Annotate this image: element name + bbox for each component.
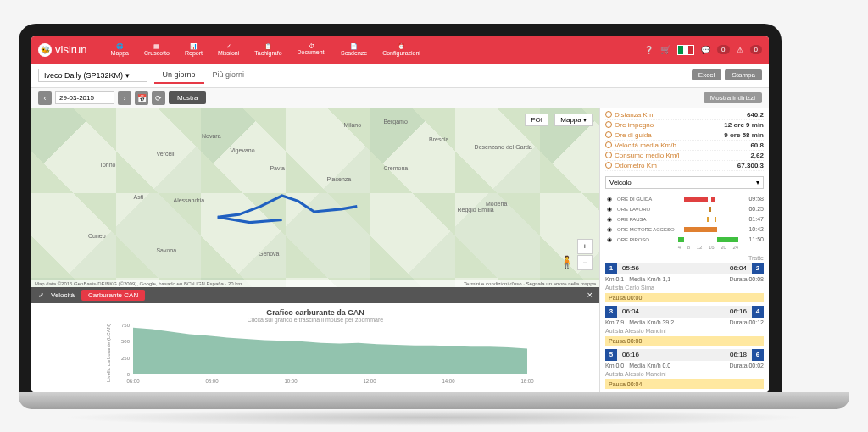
trip-details: Km 0,0Media Km/h 0,0Durata 00:02 xyxy=(605,361,764,370)
prev-day-button[interactable]: ‹ xyxy=(38,91,52,105)
city-label: Milano xyxy=(344,122,362,128)
y-tick: 250 xyxy=(121,355,131,360)
stat-value: 9 ore 58 min xyxy=(724,131,764,139)
nav-label: Configurazioni xyxy=(382,50,420,56)
x-tick: 10:00 xyxy=(284,379,298,384)
stat-icon xyxy=(605,131,612,138)
chart-tab-velocità[interactable]: Velocità xyxy=(44,290,81,301)
sub-bar: Iveco Daily (SP132KM) ▾ Un giornoPiù gio… xyxy=(31,64,769,88)
stat-row: Distanza Km 640,2 xyxy=(605,110,764,120)
timeline-icon: ◉ xyxy=(605,225,614,234)
city-label: Desenzano del Garda xyxy=(475,144,532,150)
zoom-out-button[interactable]: − xyxy=(577,255,593,270)
vehicle-select[interactable]: Iveco Daily (SP132KM) ▾ xyxy=(38,69,147,82)
timeline-row: ◉ ORE LAVORO 00:25 xyxy=(605,204,764,214)
trip-header[interactable]: 3 06:04 06:16 4 xyxy=(605,306,764,318)
trip-item: 1 05:56 06:04 2 Km 0,1Media Km/h 1,1Dura… xyxy=(605,263,764,302)
alert-icon[interactable]: ⚠ xyxy=(737,46,743,54)
pegman-icon[interactable]: 🧍 xyxy=(559,255,574,269)
date-input[interactable] xyxy=(55,91,114,104)
timeline-bar xyxy=(678,207,738,212)
calendar-button[interactable]: 📅 xyxy=(135,91,148,105)
expand-icon[interactable]: ⤢ xyxy=(38,291,44,299)
help-icon[interactable]: ❔ xyxy=(644,46,654,54)
timeline-bar xyxy=(678,227,738,232)
trip-pause: Pausa 00:00 xyxy=(605,336,764,346)
stat-icon xyxy=(605,141,612,148)
trip-details: Km 7,9Media Km/h 39,2Durata 00:12 xyxy=(605,318,764,327)
y-axis-label: Livello carburante (LCAN) (L) xyxy=(106,324,111,382)
tab-più-giorni[interactable]: Più giorni xyxy=(204,67,253,84)
nav-documenti[interactable]: ⏱ Documenti xyxy=(291,42,332,58)
nav-scadenze[interactable]: 📄 Scadenze xyxy=(334,42,374,58)
poi-button[interactable]: POI xyxy=(525,114,548,126)
nav-icon: 📄 xyxy=(350,43,358,50)
trip-start-time: 05:56 xyxy=(617,264,685,272)
nav-configurazioni[interactable]: ⏰ Configurazioni xyxy=(376,42,427,58)
fuel-chart[interactable]: 025050075006:0008:0010:0012:0014:0016:00… xyxy=(36,324,594,384)
nav-tachigrafo[interactable]: 📋 Tachigrafo xyxy=(248,42,288,58)
refresh-button[interactable]: ⟳ xyxy=(152,91,165,105)
nav-icon: ✓ xyxy=(226,43,231,50)
chart-subtitle: Clicca sul grafico e trascina il mouse p… xyxy=(36,317,594,323)
timeline-bar xyxy=(678,237,738,242)
nav-icon: ⏱ xyxy=(309,43,314,49)
stat-icon xyxy=(605,152,612,158)
trip-driver: Autista Alessio Mancini xyxy=(605,370,764,378)
logo[interactable]: 🐝 visirun xyxy=(38,43,87,57)
show-button[interactable]: Mostra xyxy=(169,91,206,104)
timeline-row: ◉ ORE PAUSA 01:47 xyxy=(605,214,764,224)
city-label: Genova xyxy=(259,251,280,257)
chart-tab-bar: ⤢ VelocitàCarburante CAN × xyxy=(31,287,599,303)
nav-label: Missioni xyxy=(218,50,239,56)
stat-label: Ore impegno xyxy=(605,121,654,129)
nav-mappa[interactable]: 🌐 Mappa xyxy=(104,42,136,58)
flag-it-icon[interactable] xyxy=(677,45,694,55)
trip-end-time: 06:04 xyxy=(685,264,753,272)
print-button[interactable]: Stampa xyxy=(725,69,762,80)
show-addresses-button[interactable]: Mostra indirizzi xyxy=(704,92,762,103)
x-tick: 14:00 xyxy=(442,379,455,384)
timeline-icon: ◉ xyxy=(605,205,614,213)
trip-pause: Pausa 00:04 xyxy=(605,379,764,389)
timeline-row: ◉ ORE MOTORE ACCESO 10:42 xyxy=(605,224,764,235)
timeline-icon: ◉ xyxy=(605,195,614,203)
stat-value: 12 ore 9 min xyxy=(724,121,764,129)
map-canvas[interactable]: MilanoTorinoPiacenzaVigevanoNovaraAlessa… xyxy=(31,108,599,287)
stat-value: 2,62 xyxy=(750,152,764,159)
trips-header: Tratte xyxy=(605,255,764,261)
nav-report[interactable]: 📊 Report xyxy=(178,42,209,58)
tab-un-giorno[interactable]: Un giorno xyxy=(154,67,204,84)
trip-driver: Autista Alessio Mancini xyxy=(605,327,764,335)
nav-cruscotto[interactable]: ▦ Cruscotto xyxy=(137,42,176,58)
trip-start-num: 5 xyxy=(605,349,617,361)
x-tick: 06:00 xyxy=(126,379,140,384)
map-type-button[interactable]: Mappa ▾ xyxy=(554,114,593,126)
zoom-in-button[interactable]: + xyxy=(577,239,593,254)
stat-row: Ore impegno 12 ore 9 min xyxy=(605,120,764,130)
chat-icon[interactable]: 💬 xyxy=(701,46,710,54)
next-day-button[interactable]: › xyxy=(118,91,131,105)
vehicle-dropdown[interactable]: Veicolo▾ xyxy=(605,176,764,189)
x-tick: 12:00 xyxy=(363,379,376,384)
close-chart-button[interactable]: × xyxy=(587,290,593,300)
trip-driver: Autista Carlo Sima xyxy=(605,284,764,291)
trip-header[interactable]: 1 05:56 06:04 2 xyxy=(605,263,764,274)
badge-2[interactable]: 0 xyxy=(750,45,762,54)
trip-start-time: 06:16 xyxy=(617,351,685,358)
trip-details: Km 0,1Media Km/h 1,1Durata 00:08 xyxy=(605,274,764,284)
cart-icon[interactable]: 🛒 xyxy=(660,45,670,54)
stat-icon xyxy=(605,111,612,118)
excel-button[interactable]: Excel xyxy=(692,69,722,80)
timeline-label: ORE RIPOSO xyxy=(617,237,675,242)
city-label: Bergamo xyxy=(383,119,407,125)
trip-header[interactable]: 5 06:16 06:18 6 xyxy=(605,349,764,361)
stat-label: Odometro Km xyxy=(605,162,657,169)
nav-missioni[interactable]: ✓ Missioni xyxy=(211,42,246,58)
date-toolbar: ‹ › 📅 ⟳ Mostra Mostra indirizzi xyxy=(31,88,769,108)
badge-1[interactable]: 0 xyxy=(717,45,729,54)
city-label: Reggio Emilia xyxy=(458,207,494,213)
nav-label: Tachigrafo xyxy=(254,50,281,56)
timeline-label: ORE DI GUIDA xyxy=(617,197,675,202)
chart-tab-carburante-can[interactable]: Carburante CAN xyxy=(81,290,145,301)
